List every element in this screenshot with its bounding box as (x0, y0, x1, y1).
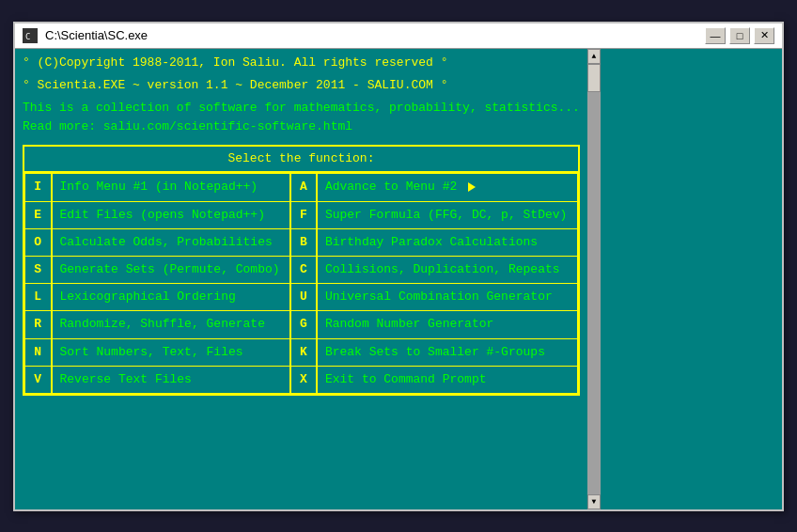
menu-row[interactable]: SGenerate Sets (Permute, Combo)CCollisio… (25, 257, 578, 284)
left-label-cell: Calculate Odds, Probabilities (52, 228, 290, 256)
left-key-cell[interactable]: E (25, 201, 52, 228)
menu-table: IInfo Menu #1 (in Notepad++)AAdvance to … (24, 173, 578, 394)
app-icon: C (23, 28, 38, 43)
right-label-cell: Universal Combination Generator (317, 284, 578, 311)
menu-header: Select the function: (24, 147, 578, 173)
right-key-cell[interactable]: A (290, 174, 317, 201)
left-label-cell: Sort Numbers, Text, Files (52, 338, 290, 366)
left-label-cell: Reverse Text Files (52, 366, 290, 393)
left-label-cell: Edit Files (opens Notepad++) (52, 201, 290, 228)
right-key-cell[interactable]: U (290, 284, 317, 311)
right-label-cell: Collisions, Duplication, Repeats (317, 257, 578, 284)
menu-row[interactable]: IInfo Menu #1 (in Notepad++)AAdvance to … (25, 174, 578, 201)
left-key-cell[interactable]: V (25, 366, 52, 393)
menu-row[interactable]: RRandomize, Shuffle, GenerateGRandom Num… (25, 311, 578, 338)
right-key-cell[interactable]: G (290, 311, 317, 338)
left-key-cell[interactable]: O (25, 228, 52, 256)
terminal: ° (C)Copyright 1988-2011, Ion Saliu. All… (23, 55, 580, 504)
right-key-cell[interactable]: F (290, 201, 317, 228)
right-key-cell[interactable]: C (290, 257, 317, 284)
right-key-cell[interactable]: X (290, 366, 317, 393)
scroll-up-button[interactable]: ▲ (587, 49, 601, 64)
left-label-cell: Info Menu #1 (in Notepad++) (52, 174, 290, 201)
header-line2: ° Scientia.EXE ~ version 1.1 ~ December … (23, 77, 580, 94)
close-button[interactable]: ✕ (754, 27, 774, 44)
right-label-cell: Exit to Command Prompt (317, 366, 578, 393)
right-key-cell[interactable]: B (290, 228, 317, 256)
menu-row[interactable]: EEdit Files (opens Notepad++)FSuper Form… (25, 201, 578, 228)
menu-row[interactable]: OCalculate Odds, ProbabilitiesBBirthday … (25, 228, 578, 256)
scrollbar-thumb[interactable] (587, 64, 601, 92)
left-key-cell[interactable]: R (25, 311, 52, 338)
scroll-down-button[interactable]: ▼ (587, 494, 601, 509)
window-title: C:\Scientia\SC.exe (45, 28, 697, 42)
left-label-cell: Generate Sets (Permute, Combo) (52, 257, 290, 284)
right-label-cell: Super Formula (FFG, DC, p, StDev) (317, 201, 578, 228)
menu-row[interactable]: VReverse Text FilesXExit to Command Prom… (25, 366, 578, 393)
right-key-cell[interactable]: K (290, 338, 317, 366)
arrow-right-icon (468, 182, 476, 192)
right-label-cell: Advance to Menu #2 (317, 174, 578, 201)
maximize-button[interactable]: □ (729, 27, 750, 44)
window: C C:\Scientia\SC.exe — □ ✕ ° (C)Copyrigh… (13, 22, 784, 511)
right-label-cell: Birthday Paradox Calculations (317, 228, 578, 256)
left-key-cell[interactable]: L (25, 284, 52, 311)
left-key-cell[interactable]: N (25, 338, 52, 366)
titlebar: C C:\Scientia\SC.exe — □ ✕ (15, 23, 782, 49)
header-line1: ° (C)Copyright 1988-2011, Ion Saliu. All… (23, 55, 580, 71)
menu-container: Select the function: IInfo Menu #1 (in N… (23, 145, 580, 396)
right-label-cell: Random Number Generator (317, 311, 578, 338)
menu-row[interactable]: NSort Numbers, Text, FilesKBreak Sets to… (25, 338, 578, 366)
left-key-cell[interactable]: I (25, 174, 52, 201)
header-line4: Read more: saliu.com/scientific-software… (23, 118, 580, 135)
content-area: ° (C)Copyright 1988-2011, Ion Saliu. All… (15, 49, 587, 509)
window-controls: — □ ✕ (705, 27, 774, 44)
left-key-cell[interactable]: S (25, 257, 52, 284)
left-label-cell: Randomize, Shuffle, Generate (52, 311, 290, 338)
scrollbar[interactable]: ▲ ▼ (587, 49, 601, 509)
scrollbar-track (587, 64, 601, 494)
left-label-cell: Lexicographical Ordering (52, 284, 290, 311)
svg-text:C: C (25, 32, 30, 41)
right-label-cell: Break Sets to Smaller #-Groups (317, 338, 578, 366)
minimize-button[interactable]: — (705, 27, 726, 44)
menu-row[interactable]: LLexicographical OrderingUUniversal Comb… (25, 284, 578, 311)
header-line3: This is a collection of software for mat… (23, 100, 580, 117)
